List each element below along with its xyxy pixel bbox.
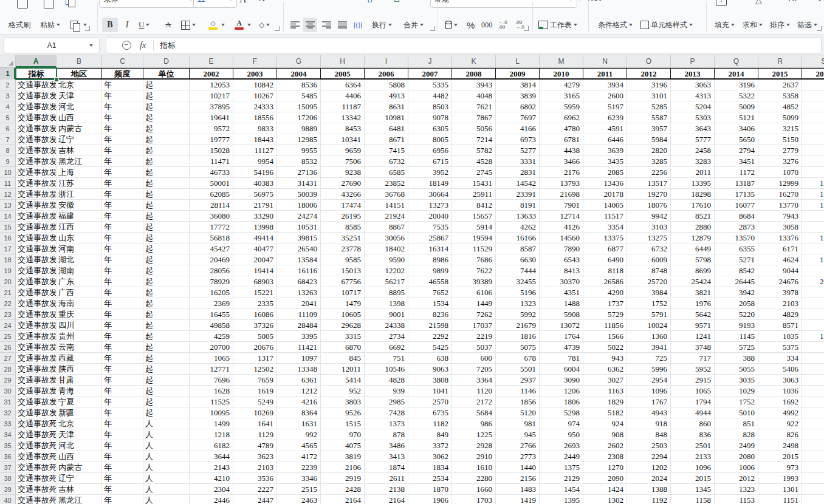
cell-S38[interactable]: [802, 473, 824, 484]
cell-O22[interactable]: 1752: [627, 298, 671, 309]
cell-B17[interactable]: 河南: [57, 243, 102, 254]
column-header-S[interactable]: S: [802, 55, 824, 68]
cell-A20[interactable]: 交通事故发: [16, 276, 57, 287]
cell-K38[interactable]: 2280: [452, 473, 496, 484]
cell-C38[interactable]: 年: [102, 473, 143, 484]
cell-L28[interactable]: 5501: [496, 364, 540, 375]
cell-B40[interactable]: 黑龙江: [57, 495, 102, 504]
align-left-button[interactable]: [288, 18, 302, 32]
row-header-29[interactable]: 29: [0, 375, 16, 386]
cell-H29[interactable]: 5414: [321, 375, 365, 386]
cell-I36[interactable]: 3413: [365, 451, 408, 462]
cell-O32[interactable]: 4943: [627, 407, 671, 418]
cell-S28[interactable]: [802, 364, 824, 375]
cell-P37[interactable]: 1096: [671, 462, 715, 473]
column-header-B[interactable]: B: [57, 55, 102, 68]
cell-J12[interactable]: 30664: [408, 189, 452, 200]
cell-D27[interactable]: 起: [143, 353, 190, 364]
cell-R9[interactable]: 3276: [758, 156, 802, 167]
cell-L26[interactable]: 5075: [496, 342, 540, 353]
cell-Q3[interactable]: 5322: [715, 90, 758, 101]
cell-M31[interactable]: 1806: [540, 397, 583, 407]
cell-D11[interactable]: 起: [143, 178, 190, 189]
cell-J39[interactable]: 1870: [408, 484, 452, 495]
cell-C35[interactable]: 年: [102, 440, 143, 451]
cell-R24[interactable]: 8571: [758, 320, 802, 331]
cell-K39[interactable]: 1660: [452, 484, 496, 495]
strikethrough-button[interactable]: A: [160, 18, 176, 32]
cell-M9[interactable]: 3466: [540, 156, 583, 167]
cell-K24[interactable]: 17037: [452, 320, 496, 331]
cell-C16[interactable]: 年: [102, 233, 143, 243]
cell-R29[interactable]: 3063: [758, 375, 802, 386]
cell-M37[interactable]: 1375: [540, 462, 583, 473]
row-header-22[interactable]: 22: [0, 298, 16, 309]
cell-J6[interactable]: 6305: [408, 123, 452, 134]
cell-A6[interactable]: 交通事故发: [16, 123, 57, 134]
row-header-10[interactable]: 10: [0, 167, 16, 178]
cell-Q31[interactable]: 1752: [715, 397, 758, 407]
cell-C4[interactable]: 年: [102, 101, 143, 112]
cell-G34[interactable]: 992: [277, 429, 321, 440]
cell-G17[interactable]: 26540: [277, 243, 321, 254]
font-name-select[interactable]: 宋体: [99, 0, 197, 8]
cell-S9[interactable]: [802, 156, 824, 167]
cell-A12[interactable]: 交通事故发: [16, 189, 57, 200]
cell-D25[interactable]: 起: [143, 331, 190, 342]
cell-M12[interactable]: 21698: [540, 189, 583, 200]
cell-M19[interactable]: 8413: [540, 265, 583, 276]
cell-H40[interactable]: 2164: [321, 495, 365, 504]
column-header-P[interactable]: P: [671, 55, 715, 68]
cell-D18[interactable]: 起: [143, 254, 190, 265]
cell-H10[interactable]: 9238: [321, 167, 365, 178]
cell-Q26[interactable]: 5725: [715, 342, 758, 353]
cell-I23[interactable]: 9001: [365, 309, 408, 320]
cell-A21[interactable]: 交通事故发: [16, 287, 57, 298]
cell-B18[interactable]: 湖北: [57, 254, 102, 265]
cell-D1[interactable]: 单位: [143, 68, 190, 80]
cell-C25[interactable]: 年: [102, 331, 143, 342]
cell-D31[interactable]: 起: [143, 397, 190, 407]
cell-E19[interactable]: 28056: [190, 265, 233, 276]
cell-D30[interactable]: 起: [143, 386, 190, 397]
cell-A32[interactable]: 交通事故发: [16, 407, 57, 418]
cell-C36[interactable]: 年: [102, 451, 143, 462]
cell-F32[interactable]: 10269: [233, 407, 277, 418]
bold-button[interactable]: B: [102, 18, 118, 32]
cell-E38[interactable]: 4210: [190, 473, 233, 484]
cell-A37[interactable]: 交通事故死: [16, 462, 57, 473]
cell-P19[interactable]: 8699: [671, 265, 715, 276]
worksheet-button[interactable]: 工作表: [536, 18, 580, 32]
name-box-chevron-icon[interactable]: [89, 44, 93, 47]
cell-J11[interactable]: 18149: [408, 178, 452, 189]
cell-E37[interactable]: 2143: [190, 462, 233, 473]
cell-S20[interactable]: 2: [802, 276, 824, 287]
cell-C28[interactable]: 年: [102, 364, 143, 375]
cell-C39[interactable]: 年: [102, 484, 143, 495]
cell-L24[interactable]: 21679: [496, 320, 540, 331]
number-format-button[interactable]: [442, 18, 460, 32]
cell-G6[interactable]: 9889: [277, 123, 321, 134]
cell-A26[interactable]: 交通事故发: [16, 342, 57, 353]
cell-S15[interactable]: [802, 222, 824, 233]
cell-Q22[interactable]: 2058: [715, 298, 758, 309]
cell-K31[interactable]: 2172: [452, 397, 496, 407]
cell-I5[interactable]: 10981: [365, 112, 408, 123]
cell-F8[interactable]: 11127: [233, 145, 277, 156]
cell-L21[interactable]: 5196: [496, 287, 540, 298]
cell-H31[interactable]: 3803: [321, 397, 365, 407]
cell-C40[interactable]: 年: [102, 495, 143, 504]
format-painter-button[interactable]: 格式刷: [6, 18, 33, 32]
cell-F40[interactable]: 2447: [233, 495, 277, 504]
column-header-I[interactable]: I: [365, 55, 408, 68]
cell-N34[interactable]: 908: [583, 429, 627, 440]
cell-K40[interactable]: 1703: [452, 495, 496, 504]
cell-K11[interactable]: 15431: [452, 178, 496, 189]
column-header-D[interactable]: D: [143, 55, 190, 68]
cell-J34[interactable]: 849: [408, 429, 452, 440]
cell-A3[interactable]: 交通事故发: [16, 90, 57, 101]
column-header-Q[interactable]: Q: [715, 55, 758, 68]
cell-G26[interactable]: 11421: [277, 342, 321, 353]
cell-Q19[interactable]: 8542: [715, 265, 758, 276]
cell-G35[interactable]: 4565: [277, 440, 321, 451]
